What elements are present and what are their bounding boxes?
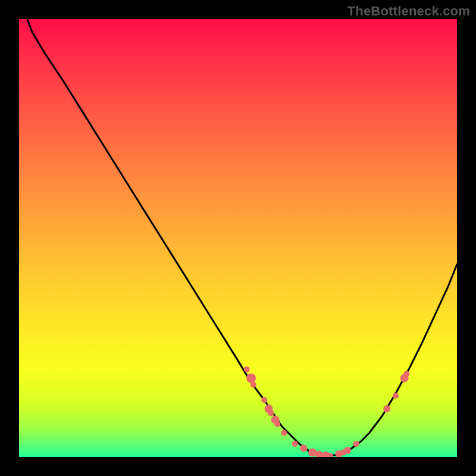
highlight-point bbox=[393, 393, 399, 399]
highlight-point bbox=[383, 405, 390, 412]
highlight-point bbox=[344, 447, 351, 454]
highlight-point bbox=[274, 421, 280, 427]
highlight-point bbox=[308, 449, 317, 457]
watermark-text: TheBottleneck.com bbox=[347, 4, 470, 19]
highlight-point bbox=[250, 382, 256, 388]
highlight-point bbox=[244, 367, 250, 372]
plot-area bbox=[19, 19, 457, 457]
highlight-point bbox=[300, 444, 307, 452]
curve-overlay bbox=[19, 19, 457, 457]
highlight-point bbox=[268, 410, 274, 416]
highlight-point bbox=[261, 397, 267, 403]
bottleneck-curve bbox=[19, 19, 457, 456]
highlight-point bbox=[292, 441, 298, 447]
highlight-point bbox=[403, 371, 409, 377]
highlight-point bbox=[353, 441, 359, 447]
highlight-point bbox=[281, 430, 287, 436]
chart-container: TheBottleneck.com bbox=[0, 0, 476, 476]
highlight-point bbox=[246, 374, 256, 383]
